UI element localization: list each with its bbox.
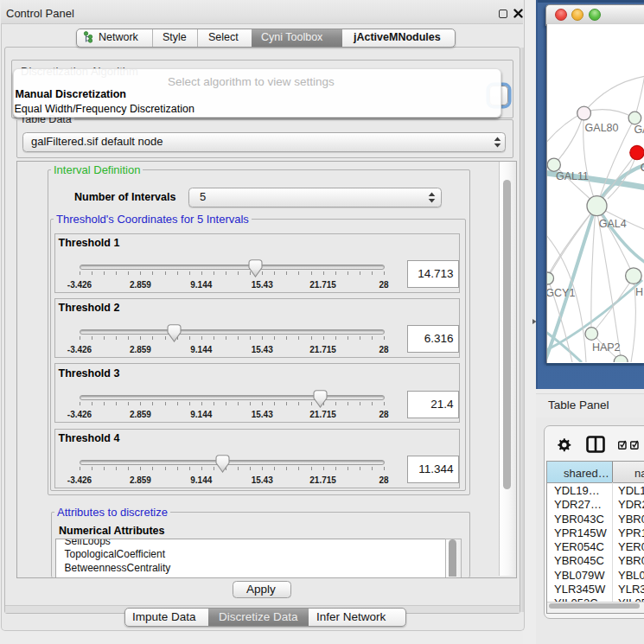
svg-text:G: G — [641, 162, 644, 174]
svg-text:HAP2: HAP2 — [592, 341, 621, 354]
svg-text:GAL11: GAL11 — [556, 170, 589, 182]
svg-text:GAL80: GAL80 — [585, 122, 619, 134]
svg-text:GA: GA — [634, 124, 644, 136]
svg-text:H: H — [635, 286, 643, 298]
svg-text:GAL4: GAL4 — [599, 218, 627, 230]
svg-text:GCY1: GCY1 — [547, 287, 575, 299]
